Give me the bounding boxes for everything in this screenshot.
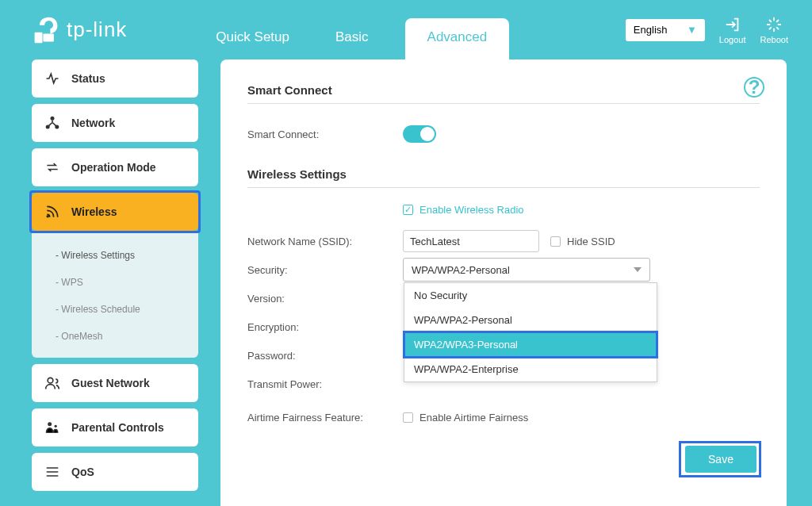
reboot-button[interactable]: Reboot [760,16,788,44]
help-icon[interactable]: ? [744,77,764,98]
security-option-no-security[interactable]: No Security [404,283,657,308]
sidebar: Status Network Operation Mode Wireless W… [32,59,198,506]
sidebar-item-parental-controls[interactable]: Parental Controls [32,408,198,447]
status-icon [44,71,60,86]
password-label: Password: [247,350,403,362]
tab-quick-setup[interactable]: Quick Setup [206,18,299,59]
ssid-label: Network Name (SSID): [247,236,403,247]
qos-icon [44,464,60,480]
hide-ssid-checkbox[interactable]: ✓ [550,236,561,247]
wireless-icon [44,204,60,220]
content-panel: ? Smart Connect Smart Connect: Wireless … [220,59,787,506]
security-option-wpa-wpa2-personal[interactable]: WPA/WPA2-Personal [404,308,657,332]
section-smart-connect-title: Smart Connect [247,83,760,104]
version-label: Version: [247,293,403,305]
dropdown-triangle-icon [634,267,642,272]
security-option-wpa-wpa2-enterprise[interactable]: WPA/WPA2-Enterprise [404,357,657,381]
sidebar-item-network[interactable]: Network [32,104,198,142]
svg-point-6 [48,378,53,383]
sub-item-wireless-schedule[interactable]: Wireless Schedule [32,296,198,323]
language-value: English [634,24,668,36]
svg-point-5 [47,215,49,217]
svg-rect-1 [43,33,54,41]
encryption-label: Encryption: [247,321,403,333]
tab-advanced[interactable]: Advanced [405,18,510,59]
airtime-fairness-checkbox-label: Enable Airtime Fairness [419,412,528,424]
operation-mode-icon [44,159,60,175]
svg-point-2 [51,117,55,121]
reboot-icon [765,16,783,33]
sidebar-item-wireless[interactable]: Wireless [32,193,198,231]
sub-item-onemesh[interactable]: OneMesh [32,323,198,350]
transmit-power-label: Transmit Power: [247,378,403,390]
ssid-input[interactable] [403,230,539,252]
security-label: Security: [247,264,403,276]
logout-button[interactable]: Logout [719,16,746,44]
tplink-logo-icon [32,16,60,44]
sidebar-item-qos[interactable]: QoS [32,453,198,491]
sidebar-item-guest-network[interactable]: Guest Network [32,364,198,402]
sub-item-wireless-settings[interactable]: Wireless Settings [32,242,198,269]
security-option-wpa2-wpa3-personal[interactable]: WPA2/WPA3-Personal [404,332,657,357]
wireless-submenu: Wireless Settings WPS Wireless Schedule … [32,231,198,358]
section-wireless-settings-title: Wireless Settings [247,167,760,188]
save-button[interactable]: Save [685,446,756,473]
brand-name: tp-link [67,17,127,42]
logout-icon [724,16,741,33]
hide-ssid-label: Hide SSID [567,236,615,247]
svg-point-7 [48,422,52,426]
security-dropdown: No Security WPA/WPA2-Personal WPA2/WPA3-… [404,282,657,382]
sub-item-wps[interactable]: WPS [32,269,198,296]
brand-logo: tp-link [32,16,127,44]
svg-point-8 [55,425,57,427]
sidebar-item-operation-mode[interactable]: Operation Mode [32,148,198,186]
svg-rect-0 [35,32,43,43]
language-select[interactable]: English ▼ [626,19,705,41]
smart-connect-toggle[interactable] [403,125,436,143]
parental-controls-icon [44,420,60,435]
enable-wireless-radio-checkbox[interactable]: ✓ [403,205,413,215]
smart-connect-label: Smart Connect: [247,128,403,140]
tab-basic[interactable]: Basic [326,18,378,59]
security-select[interactable]: WPA/WPA2-Personal No Security WPA/WPA2-P… [403,258,650,282]
chevron-down-icon: ▼ [687,24,697,36]
guest-network-icon [44,375,60,391]
airtime-fairness-checkbox[interactable]: ✓ [403,412,413,423]
airtime-fairness-label: Airtime Fairness Feature: [247,412,403,424]
security-select-value: WPA/WPA2-Personal [412,264,510,276]
network-icon [44,115,60,131]
enable-wireless-radio-label: Enable Wireless Radio [419,204,524,216]
sidebar-item-status[interactable]: Status [32,59,198,98]
